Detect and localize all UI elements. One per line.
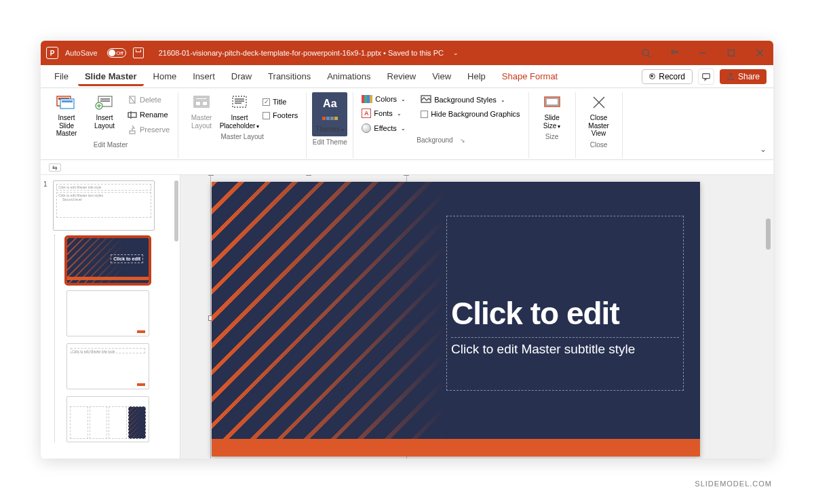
thumb-layout-comparison[interactable] bbox=[66, 396, 149, 442]
search-icon[interactable] bbox=[640, 47, 651, 58]
thumb-layout-blank[interactable] bbox=[66, 290, 149, 336]
qat-dropdown-icon[interactable]: ⇆ bbox=[49, 163, 61, 172]
comments-button[interactable] bbox=[698, 69, 714, 85]
canvas-vertical-scrollbar[interactable] bbox=[764, 175, 772, 459]
title-placeholder-text: Click to edit bbox=[451, 295, 683, 332]
workspace: 1 Click to edit Master title style Click… bbox=[41, 175, 773, 459]
thumb-layout-section-header[interactable]: Click to edit Master title style bbox=[66, 343, 149, 389]
insert-layout-icon bbox=[94, 94, 115, 111]
insert-slide-master-button[interactable]: Insert Slide Master bbox=[49, 92, 84, 139]
ribbon-group-close: Close Master View Close bbox=[576, 92, 623, 158]
svg-rect-19 bbox=[128, 113, 136, 117]
checkbox-unchecked-icon bbox=[263, 112, 270, 119]
tab-shape-format[interactable]: Shape Format bbox=[495, 67, 564, 85]
master-layout-button: Master Layout bbox=[184, 92, 219, 131]
tab-home[interactable]: Home bbox=[147, 67, 184, 85]
svg-point-0 bbox=[642, 49, 648, 55]
scrollbar-thumb[interactable] bbox=[766, 218, 771, 250]
tab-animations[interactable]: Animations bbox=[320, 67, 377, 85]
background-styles-icon bbox=[421, 95, 431, 104]
close-button[interactable] bbox=[754, 47, 765, 58]
tab-draw[interactable]: Draw bbox=[225, 67, 258, 85]
document-title: 21608-01-visionary-pitch-deck-template-f… bbox=[159, 49, 444, 57]
ribbon-group-size: Slide Size▾ Size bbox=[529, 92, 576, 158]
group-label-close: Close bbox=[590, 139, 608, 150]
hide-background-checkbox[interactable]: Hide Background Graphics bbox=[418, 109, 522, 119]
insert-placeholder-icon bbox=[229, 94, 250, 111]
app-window: P AutoSave Off 21608-01-visionary-pitch-… bbox=[41, 41, 773, 459]
resize-handle-tm[interactable] bbox=[306, 175, 311, 176]
autosave-label: AutoSave bbox=[65, 49, 98, 57]
slide-accent-bar bbox=[212, 439, 700, 457]
footers-checkbox[interactable]: Footers bbox=[260, 110, 301, 121]
close-master-view-button[interactable]: Close Master View bbox=[581, 92, 617, 139]
svg-line-18 bbox=[130, 96, 135, 103]
autosave-toggle[interactable]: Off bbox=[107, 48, 126, 58]
collapse-ribbon-button[interactable]: ⌄ bbox=[760, 144, 767, 154]
slide-canvas[interactable]: Click to edit Click to edit Master subti… bbox=[180, 175, 773, 459]
svg-rect-23 bbox=[195, 101, 201, 106]
background-styles-button[interactable]: Background Styles⌄ bbox=[418, 94, 522, 106]
group-label-background: Background bbox=[416, 136, 452, 144]
minimize-button[interactable] bbox=[697, 47, 708, 58]
close-icon bbox=[589, 94, 609, 111]
tab-transitions[interactable]: Transitions bbox=[261, 67, 317, 85]
slide: Click to edit Click to edit Master subti… bbox=[212, 182, 700, 457]
effects-button[interactable]: Effects⌄ bbox=[359, 122, 408, 134]
resize-handle-tl[interactable] bbox=[208, 175, 214, 176]
ribbon-tabs: File Slide Master Home Insert Draw Trans… bbox=[41, 65, 773, 88]
tab-help[interactable]: Help bbox=[461, 67, 492, 85]
checkbox-checked-icon: ✓ bbox=[263, 98, 270, 106]
thumb-layout-title-slide[interactable]: Click to edit bbox=[66, 237, 149, 284]
record-icon bbox=[649, 73, 655, 79]
tab-file[interactable]: File bbox=[47, 67, 75, 85]
svg-rect-10 bbox=[62, 100, 73, 102]
background-dialog-launcher[interactable]: ↘ bbox=[460, 137, 465, 144]
quick-access-below: ⇆ bbox=[41, 160, 773, 175]
ribbon-group-edit-master: Insert Slide Master Insert Layout Delete… bbox=[43, 92, 178, 158]
title-placeholder[interactable]: Click to edit Click to edit Master subti… bbox=[446, 216, 684, 391]
powerpoint-icon: P bbox=[46, 47, 58, 59]
slide-thumbnails-panel: 1 Click to edit Master title style Click… bbox=[41, 175, 180, 459]
title-checkbox[interactable]: ✓Title bbox=[260, 96, 301, 107]
thumb-slide-master[interactable]: Click to edit Master title style Click t… bbox=[53, 180, 155, 231]
title-dropdown-icon[interactable]: ⌄ bbox=[453, 50, 459, 56]
insert-slide-master-icon bbox=[56, 94, 77, 111]
group-label-size: Size bbox=[545, 131, 558, 142]
slide-size-icon bbox=[542, 94, 562, 111]
insert-layout-button[interactable]: Insert Layout bbox=[87, 92, 122, 131]
titlebar: P AutoSave Off 21608-01-visionary-pitch-… bbox=[41, 41, 773, 65]
tab-slide-master[interactable]: Slide Master bbox=[78, 67, 144, 86]
maximize-button[interactable] bbox=[726, 47, 737, 58]
rename-button[interactable]: Rename bbox=[125, 109, 172, 121]
colors-button[interactable]: Colors⌄ bbox=[359, 94, 408, 104]
checkbox-unchecked-icon bbox=[421, 111, 428, 118]
group-label-edit-master: Edit Master bbox=[94, 139, 128, 150]
colors-icon bbox=[362, 95, 372, 103]
svg-rect-31 bbox=[546, 98, 558, 105]
themes-button[interactable]: Aa Themes▾ bbox=[312, 92, 347, 136]
account-icon[interactable] bbox=[669, 47, 680, 58]
ribbon-group-edit-theme: Aa Themes▾ Edit Theme bbox=[307, 92, 353, 158]
tab-insert[interactable]: Insert bbox=[186, 67, 222, 85]
ribbon: Insert Slide Master Insert Layout Delete… bbox=[41, 88, 773, 160]
slide-size-button[interactable]: Slide Size▾ bbox=[535, 92, 570, 131]
share-button[interactable]: Share bbox=[720, 69, 767, 84]
group-label-edit-theme: Edit Theme bbox=[313, 136, 347, 147]
master-index: 1 bbox=[43, 180, 47, 188]
thumbnail-scrollbar[interactable] bbox=[174, 180, 178, 241]
record-button[interactable]: Record bbox=[642, 69, 693, 84]
tab-review[interactable]: Review bbox=[381, 67, 423, 85]
subtitle-placeholder[interactable]: Click to edit Master subtitle style bbox=[451, 337, 679, 357]
resize-handle-tr[interactable] bbox=[404, 175, 409, 176]
svg-rect-6 bbox=[703, 73, 710, 78]
fonts-icon: A bbox=[362, 109, 371, 118]
tab-view[interactable]: View bbox=[425, 67, 458, 85]
insert-placeholder-button[interactable]: Insert Placeholder▾ bbox=[222, 92, 257, 131]
fonts-button[interactable]: AFonts⌄ bbox=[359, 107, 408, 119]
svg-rect-3 bbox=[729, 50, 735, 56]
master-layout-icon bbox=[191, 94, 212, 111]
svg-line-1 bbox=[648, 55, 651, 58]
save-icon[interactable] bbox=[133, 47, 144, 58]
svg-rect-24 bbox=[202, 101, 208, 106]
